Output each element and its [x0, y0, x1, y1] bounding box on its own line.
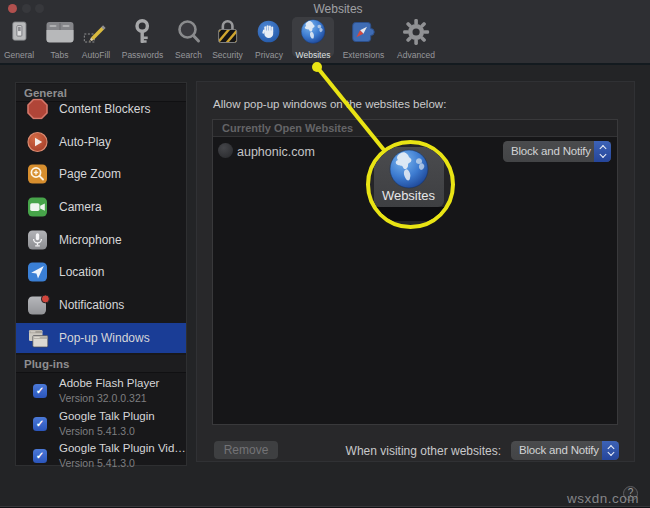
- plugin-version: Version 5.41.3.0: [59, 425, 135, 437]
- dropdown-stepper: [594, 141, 611, 162]
- general-icon: [12, 16, 27, 47]
- toolbar-label: Websites: [296, 50, 331, 60]
- allow-popups-label: Allow pop-up windows on the websites bel…: [213, 98, 446, 110]
- toolbar-item-extensions[interactable]: Extensions: [343, 16, 385, 60]
- toolbar-item-general[interactable]: General: [4, 16, 34, 60]
- websites-globe-icon: [389, 149, 429, 189]
- toolbar-item-security[interactable]: Security: [212, 16, 243, 60]
- sidebar-item-label: Page Zoom: [59, 167, 121, 181]
- plugin-name: Adobe Flash Player: [59, 377, 159, 389]
- toolbar-item-websites[interactable]: Websites: [296, 16, 331, 60]
- privacy-icon: [258, 16, 281, 47]
- toolbar-label: AutoFill: [82, 50, 110, 60]
- sidebar-item-label: Location: [59, 265, 104, 279]
- passwords-icon: [129, 16, 155, 47]
- close-button[interactable]: [8, 4, 17, 13]
- sidebar-item-popup-windows[interactable]: Pop-up Windows: [16, 323, 186, 353]
- plugin-version: Version 5.41.3.0: [59, 457, 135, 469]
- tabs-icon: [45, 16, 74, 47]
- plugin-version: Version 32.0.0.321: [59, 392, 147, 404]
- site-name: auphonic.com: [237, 145, 315, 159]
- other-websites-label: When visiting other websites:: [346, 444, 501, 458]
- dropdown-stepper: [602, 441, 619, 460]
- callout-circle: Websites: [366, 140, 455, 229]
- sidebar-item-label: Notifications: [59, 298, 124, 312]
- site-globe-icon: [218, 143, 233, 158]
- plugin-item: ✓Google Talk PluginVersion 5.41.3.0: [16, 409, 186, 439]
- toolbar-label: Security: [212, 50, 243, 60]
- toolbar-label: Search: [175, 50, 202, 60]
- location-icon: [27, 262, 48, 283]
- plugin-checkbox[interactable]: ✓: [33, 449, 47, 463]
- toolbar-item-advanced[interactable]: Advanced: [397, 16, 435, 60]
- popup-windows-icon: [27, 327, 48, 348]
- autofill-icon: [83, 16, 109, 47]
- toolbar-item-autofill[interactable]: AutoFill: [82, 16, 110, 60]
- sidebar-header-plugins: Plug-ins: [16, 355, 186, 373]
- camera-icon: [27, 196, 48, 217]
- site-policy-value: Block and Notify: [511, 141, 591, 162]
- other-policy-dropdown[interactable]: Block and Notify: [511, 441, 619, 460]
- notifications-icon: [27, 294, 48, 315]
- safari-preferences-window: Websites GeneralTabsAutoFillPasswordsSea…: [0, 0, 650, 508]
- callout-dot: [312, 62, 322, 72]
- plugin-name: Google Talk Plugin Vid…: [59, 442, 186, 454]
- callout-websites-tile: Websites: [374, 147, 444, 207]
- toolbar-label: Privacy: [255, 50, 283, 60]
- security-icon: [216, 16, 240, 47]
- extensions-icon: [351, 16, 377, 47]
- other-policy-value: Block and Notify: [519, 441, 599, 460]
- toolbar-label: Advanced: [397, 50, 435, 60]
- plugin-name: Google Talk Plugin: [59, 410, 155, 422]
- plugin-item: ✓Adobe Flash PlayerVersion 32.0.0.321: [16, 376, 186, 406]
- toolbar-item-privacy[interactable]: Privacy: [255, 16, 283, 60]
- sidebar-item-label: Content Blockers: [59, 102, 150, 116]
- sidebar-item-page-zoom[interactable]: Page Zoom: [16, 159, 186, 189]
- plugin-item: ✓Google Talk Plugin Vid…Version 5.41.3.0: [16, 441, 186, 471]
- remove-button[interactable]: Remove: [214, 441, 278, 459]
- sidebar-item-content-blockers[interactable]: Content Blockers: [16, 94, 186, 124]
- sidebar-item-microphone[interactable]: Microphone: [16, 225, 186, 255]
- plugin-checkbox[interactable]: ✓: [33, 417, 47, 431]
- sidebar-item-label: Camera: [59, 200, 102, 214]
- sidebar: General Content BlockersAuto-PlayPage Zo…: [15, 82, 187, 466]
- toolbar-label: Extensions: [343, 50, 385, 60]
- search-icon: [175, 16, 202, 47]
- toolbar-item-search[interactable]: Search: [175, 16, 202, 60]
- toolbar-label: Tabs: [51, 50, 69, 60]
- listbox-header: Currently Open Websites: [213, 120, 617, 137]
- sidebar-item-notifications[interactable]: Notifications: [16, 290, 186, 320]
- sidebar-item-label: Microphone: [59, 233, 122, 247]
- page-zoom-icon: [27, 164, 48, 185]
- sidebar-item-camera[interactable]: Camera: [16, 192, 186, 222]
- toolbar-label: Passwords: [122, 50, 164, 60]
- site-policy-dropdown[interactable]: Block and Notify: [503, 141, 611, 162]
- watermark: wsxdn.com: [567, 491, 639, 506]
- plugin-checkbox[interactable]: ✓: [33, 384, 47, 398]
- sidebar-item-location[interactable]: Location: [16, 257, 186, 287]
- sidebar-item-label: Pop-up Windows: [59, 331, 150, 345]
- content-blockers-icon: [27, 99, 48, 120]
- sidebar-item-label: Auto-Play: [59, 135, 111, 149]
- microphone-icon: [27, 229, 48, 250]
- zoom-button[interactable]: [35, 4, 44, 13]
- callout-shadow-strip: [372, 207, 448, 221]
- websites-icon: [301, 16, 326, 47]
- toolbar-label: General: [4, 50, 34, 60]
- toolbar-item-passwords[interactable]: Passwords: [122, 16, 164, 60]
- minimize-button[interactable]: [22, 4, 31, 13]
- window-title: Websites: [313, 2, 362, 16]
- advanced-icon: [402, 16, 430, 47]
- toolbar-item-tabs[interactable]: Tabs: [45, 16, 74, 60]
- callout-websites-label: Websites: [374, 188, 444, 203]
- sidebar-item-auto-play[interactable]: Auto-Play: [16, 127, 186, 157]
- main-panel: Allow pop-up windows on the websites bel…: [196, 81, 635, 462]
- auto-play-icon: [27, 131, 48, 152]
